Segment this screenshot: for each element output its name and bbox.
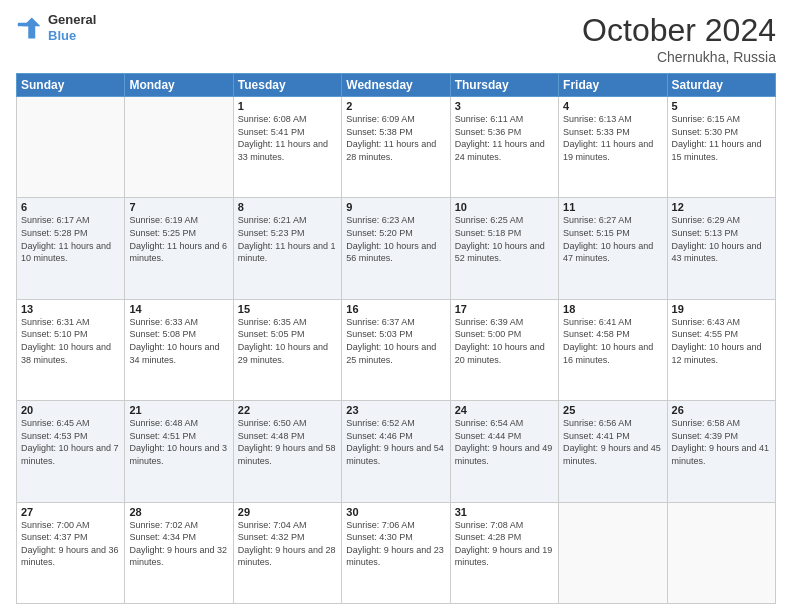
month-title: October 2024 — [582, 12, 776, 49]
day-number: 20 — [21, 404, 120, 416]
calendar-cell: 23Sunrise: 6:52 AMSunset: 4:46 PMDayligh… — [342, 401, 450, 502]
day-number: 10 — [455, 201, 554, 213]
day-info: Sunrise: 7:04 AMSunset: 4:32 PMDaylight:… — [238, 519, 337, 569]
day-number: 16 — [346, 303, 445, 315]
day-number: 7 — [129, 201, 228, 213]
day-number: 24 — [455, 404, 554, 416]
day-number: 19 — [672, 303, 771, 315]
day-info: Sunrise: 6:31 AMSunset: 5:10 PMDaylight:… — [21, 316, 120, 366]
calendar-week-row: 27Sunrise: 7:00 AMSunset: 4:37 PMDayligh… — [17, 502, 776, 603]
day-number: 23 — [346, 404, 445, 416]
day-number: 17 — [455, 303, 554, 315]
day-info: Sunrise: 7:00 AMSunset: 4:37 PMDaylight:… — [21, 519, 120, 569]
day-info: Sunrise: 6:35 AMSunset: 5:05 PMDaylight:… — [238, 316, 337, 366]
day-info: Sunrise: 6:52 AMSunset: 4:46 PMDaylight:… — [346, 417, 445, 467]
calendar-cell: 4Sunrise: 6:13 AMSunset: 5:33 PMDaylight… — [559, 97, 667, 198]
calendar-cell: 30Sunrise: 7:06 AMSunset: 4:30 PMDayligh… — [342, 502, 450, 603]
calendar-cell: 21Sunrise: 6:48 AMSunset: 4:51 PMDayligh… — [125, 401, 233, 502]
page: General Blue October 2024 Chernukha, Rus… — [0, 0, 792, 612]
day-number: 8 — [238, 201, 337, 213]
logo-line2: Blue — [48, 28, 96, 44]
calendar-cell: 10Sunrise: 6:25 AMSunset: 5:18 PMDayligh… — [450, 198, 558, 299]
logo-icon — [16, 14, 44, 42]
day-info: Sunrise: 6:58 AMSunset: 4:39 PMDaylight:… — [672, 417, 771, 467]
day-info: Sunrise: 7:08 AMSunset: 4:28 PMDaylight:… — [455, 519, 554, 569]
calendar-week-row: 6Sunrise: 6:17 AMSunset: 5:28 PMDaylight… — [17, 198, 776, 299]
weekday-header: Sunday — [17, 74, 125, 97]
calendar-cell: 3Sunrise: 6:11 AMSunset: 5:36 PMDaylight… — [450, 97, 558, 198]
day-info: Sunrise: 6:33 AMSunset: 5:08 PMDaylight:… — [129, 316, 228, 366]
day-info: Sunrise: 7:02 AMSunset: 4:34 PMDaylight:… — [129, 519, 228, 569]
calendar-cell: 6Sunrise: 6:17 AMSunset: 5:28 PMDaylight… — [17, 198, 125, 299]
day-number: 27 — [21, 506, 120, 518]
svg-rect-2 — [18, 22, 29, 26]
calendar-week-row: 1Sunrise: 6:08 AMSunset: 5:41 PMDaylight… — [17, 97, 776, 198]
header: General Blue October 2024 Chernukha, Rus… — [16, 12, 776, 65]
day-info: Sunrise: 6:48 AMSunset: 4:51 PMDaylight:… — [129, 417, 228, 467]
day-info: Sunrise: 6:27 AMSunset: 5:15 PMDaylight:… — [563, 214, 662, 264]
calendar-cell — [667, 502, 775, 603]
day-info: Sunrise: 6:54 AMSunset: 4:44 PMDaylight:… — [455, 417, 554, 467]
day-info: Sunrise: 6:23 AMSunset: 5:20 PMDaylight:… — [346, 214, 445, 264]
day-number: 31 — [455, 506, 554, 518]
day-info: Sunrise: 6:11 AMSunset: 5:36 PMDaylight:… — [455, 113, 554, 163]
logo-line1: General — [48, 12, 96, 28]
day-info: Sunrise: 6:29 AMSunset: 5:13 PMDaylight:… — [672, 214, 771, 264]
calendar-cell: 12Sunrise: 6:29 AMSunset: 5:13 PMDayligh… — [667, 198, 775, 299]
title-block: October 2024 Chernukha, Russia — [582, 12, 776, 65]
calendar-cell: 8Sunrise: 6:21 AMSunset: 5:23 PMDaylight… — [233, 198, 341, 299]
weekday-header: Tuesday — [233, 74, 341, 97]
day-number: 14 — [129, 303, 228, 315]
weekday-header: Friday — [559, 74, 667, 97]
day-number: 29 — [238, 506, 337, 518]
calendar-cell: 16Sunrise: 6:37 AMSunset: 5:03 PMDayligh… — [342, 299, 450, 400]
day-number: 11 — [563, 201, 662, 213]
day-info: Sunrise: 6:13 AMSunset: 5:33 PMDaylight:… — [563, 113, 662, 163]
location: Chernukha, Russia — [582, 49, 776, 65]
day-info: Sunrise: 6:45 AMSunset: 4:53 PMDaylight:… — [21, 417, 120, 467]
day-info: Sunrise: 6:17 AMSunset: 5:28 PMDaylight:… — [21, 214, 120, 264]
calendar-cell: 7Sunrise: 6:19 AMSunset: 5:25 PMDaylight… — [125, 198, 233, 299]
weekday-header: Saturday — [667, 74, 775, 97]
day-number: 18 — [563, 303, 662, 315]
calendar-cell: 27Sunrise: 7:00 AMSunset: 4:37 PMDayligh… — [17, 502, 125, 603]
day-number: 6 — [21, 201, 120, 213]
calendar-cell: 1Sunrise: 6:08 AMSunset: 5:41 PMDaylight… — [233, 97, 341, 198]
calendar-cell: 18Sunrise: 6:41 AMSunset: 4:58 PMDayligh… — [559, 299, 667, 400]
day-number: 1 — [238, 100, 337, 112]
day-info: Sunrise: 6:43 AMSunset: 4:55 PMDaylight:… — [672, 316, 771, 366]
calendar-cell: 15Sunrise: 6:35 AMSunset: 5:05 PMDayligh… — [233, 299, 341, 400]
day-info: Sunrise: 6:09 AMSunset: 5:38 PMDaylight:… — [346, 113, 445, 163]
calendar-cell: 11Sunrise: 6:27 AMSunset: 5:15 PMDayligh… — [559, 198, 667, 299]
day-info: Sunrise: 6:08 AMSunset: 5:41 PMDaylight:… — [238, 113, 337, 163]
weekday-header: Wednesday — [342, 74, 450, 97]
calendar-cell: 17Sunrise: 6:39 AMSunset: 5:00 PMDayligh… — [450, 299, 558, 400]
calendar-week-row: 20Sunrise: 6:45 AMSunset: 4:53 PMDayligh… — [17, 401, 776, 502]
calendar-cell — [125, 97, 233, 198]
day-number: 30 — [346, 506, 445, 518]
weekday-header: Thursday — [450, 74, 558, 97]
day-info: Sunrise: 6:25 AMSunset: 5:18 PMDaylight:… — [455, 214, 554, 264]
day-number: 21 — [129, 404, 228, 416]
day-number: 3 — [455, 100, 554, 112]
day-number: 25 — [563, 404, 662, 416]
day-info: Sunrise: 6:37 AMSunset: 5:03 PMDaylight:… — [346, 316, 445, 366]
weekday-header: Monday — [125, 74, 233, 97]
calendar-cell: 2Sunrise: 6:09 AMSunset: 5:38 PMDaylight… — [342, 97, 450, 198]
calendar-cell: 24Sunrise: 6:54 AMSunset: 4:44 PMDayligh… — [450, 401, 558, 502]
logo-text: General Blue — [48, 12, 96, 43]
day-number: 2 — [346, 100, 445, 112]
logo: General Blue — [16, 12, 96, 43]
calendar-table: SundayMondayTuesdayWednesdayThursdayFrid… — [16, 73, 776, 604]
day-number: 4 — [563, 100, 662, 112]
calendar-cell: 26Sunrise: 6:58 AMSunset: 4:39 PMDayligh… — [667, 401, 775, 502]
calendar-cell: 22Sunrise: 6:50 AMSunset: 4:48 PMDayligh… — [233, 401, 341, 502]
day-number: 13 — [21, 303, 120, 315]
calendar-cell: 25Sunrise: 6:56 AMSunset: 4:41 PMDayligh… — [559, 401, 667, 502]
calendar-cell: 14Sunrise: 6:33 AMSunset: 5:08 PMDayligh… — [125, 299, 233, 400]
calendar-week-row: 13Sunrise: 6:31 AMSunset: 5:10 PMDayligh… — [17, 299, 776, 400]
calendar-cell — [559, 502, 667, 603]
calendar-cell: 19Sunrise: 6:43 AMSunset: 4:55 PMDayligh… — [667, 299, 775, 400]
day-info: Sunrise: 6:41 AMSunset: 4:58 PMDaylight:… — [563, 316, 662, 366]
day-info: Sunrise: 6:15 AMSunset: 5:30 PMDaylight:… — [672, 113, 771, 163]
